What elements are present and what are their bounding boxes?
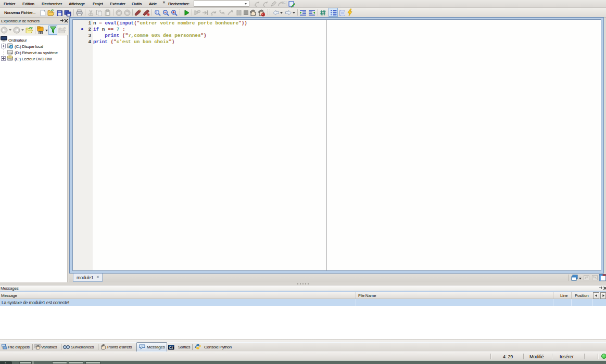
svg-text:C:\: C:\ bbox=[169, 346, 173, 349]
svg-text:ABC: ABC bbox=[280, 1, 286, 4]
